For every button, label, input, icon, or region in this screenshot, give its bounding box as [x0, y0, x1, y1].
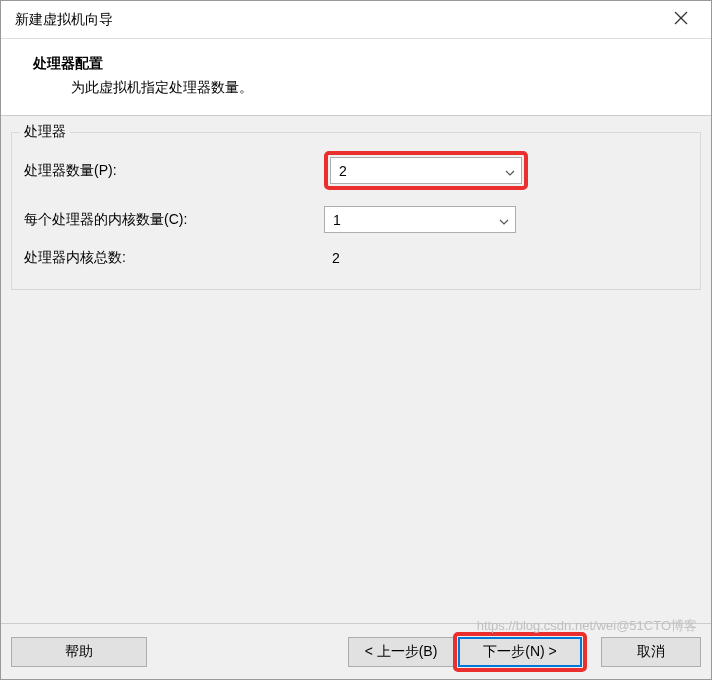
row-total-cores: 处理器内核总数: 2: [24, 249, 688, 267]
chevron-down-icon: [499, 212, 509, 228]
page-subtitle: 为此虚拟机指定处理器数量。: [15, 79, 697, 97]
wizard-dialog: 新建虚拟机向导 处理器配置 为此虚拟机指定处理器数量。 处理器 处理器数量(P)…: [0, 0, 712, 680]
next-button[interactable]: 下一步(N) >: [458, 637, 582, 667]
window-title: 新建虚拟机向导: [15, 11, 113, 29]
close-button[interactable]: [663, 6, 699, 34]
processor-count-value: 2: [339, 163, 347, 179]
wizard-header: 处理器配置 为此虚拟机指定处理器数量。: [1, 39, 711, 116]
cores-value: 1: [333, 212, 341, 228]
row-cores-per-processor: 每个处理器的内核数量(C): 1: [24, 206, 688, 233]
close-icon: [674, 11, 688, 29]
groupbox-legend: 处理器: [20, 123, 70, 141]
help-button[interactable]: 帮助: [11, 637, 147, 667]
label-processor-count: 处理器数量(P):: [24, 162, 324, 180]
back-button[interactable]: < 上一步(B): [348, 637, 454, 667]
cancel-button[interactable]: 取消: [601, 637, 701, 667]
button-bar: 帮助 < 上一步(B) 下一步(N) > 取消: [1, 623, 711, 679]
label-cores-per-processor: 每个处理器的内核数量(C):: [24, 211, 324, 229]
processor-count-dropdown[interactable]: 2: [330, 157, 522, 184]
total-cores-value: 2: [324, 250, 340, 266]
titlebar: 新建虚拟机向导: [1, 1, 711, 39]
cores-per-processor-dropdown[interactable]: 1: [324, 206, 516, 233]
label-total-cores: 处理器内核总数:: [24, 249, 324, 267]
row-processor-count: 处理器数量(P): 2: [24, 151, 688, 190]
highlight-next-button: 下一步(N) >: [453, 632, 587, 672]
highlight-processor-count: 2: [324, 151, 528, 190]
chevron-down-icon: [505, 163, 515, 179]
processor-groupbox: 处理器 处理器数量(P): 2 每个处理器的内核数量(C):: [11, 132, 701, 290]
nav-button-group: < 上一步(B) 下一步(N) >: [348, 632, 587, 672]
content-area: 处理器 处理器数量(P): 2 每个处理器的内核数量(C):: [1, 116, 711, 623]
page-title: 处理器配置: [15, 55, 697, 73]
